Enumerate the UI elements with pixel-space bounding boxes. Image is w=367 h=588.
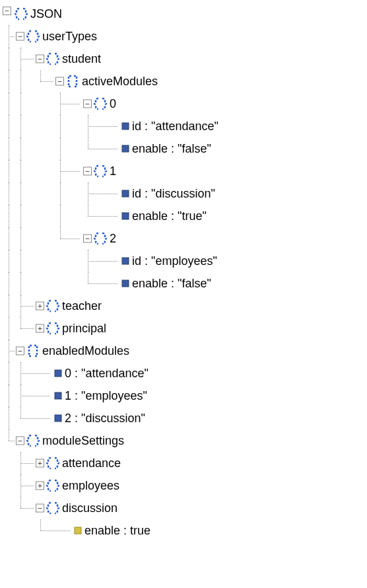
json-property-icon xyxy=(121,190,129,198)
node-label: attendance xyxy=(62,457,121,470)
json-property-icon xyxy=(54,414,62,422)
node-label: enable : true xyxy=(84,524,150,538)
tree-row-teacher[interactable]: + teacher xyxy=(3,295,367,317)
tree-row-ms-discussion[interactable]: − discussion xyxy=(3,497,367,519)
tree-row-leaf[interactable]: id : "discussion" xyxy=(3,182,367,205)
node-label: student xyxy=(62,52,101,66)
json-object-icon xyxy=(15,7,28,20)
node-label: principal xyxy=(62,322,106,336)
svg-rect-3 xyxy=(122,213,129,219)
json-object-icon xyxy=(46,299,59,312)
node-label: enable : "true" xyxy=(132,209,207,223)
tree-row-array-item[interactable]: − 1 xyxy=(3,160,367,182)
expand-toggle[interactable]: − xyxy=(83,167,92,176)
tree-row-leaf[interactable]: enable : true xyxy=(3,519,367,542)
tree-row-leaf[interactable]: 1 : "employees" xyxy=(3,385,367,407)
tree-row-principal[interactable]: + principal xyxy=(3,317,367,340)
json-property-icon xyxy=(54,369,62,377)
tree-row-usertypes[interactable]: − userTypes xyxy=(3,25,367,48)
tree-row-ms-attendance[interactable]: + attendance xyxy=(3,452,367,474)
json-object-icon xyxy=(46,322,59,335)
json-property-icon xyxy=(121,279,129,287)
node-label: JSON xyxy=(30,7,62,21)
json-object-icon xyxy=(26,434,40,447)
node-label: enable : "false" xyxy=(132,142,211,156)
node-label: id : "attendance" xyxy=(132,120,218,133)
tree-row-leaf[interactable]: id : "employees" xyxy=(3,250,367,272)
json-property-icon xyxy=(121,145,129,153)
tree-row-leaf[interactable]: enable : "false" xyxy=(3,137,367,160)
tree-row-leaf[interactable]: 2 : "discussion" xyxy=(3,407,367,429)
json-tree: − JSON − userTypes − student xyxy=(0,0,367,542)
json-object-icon xyxy=(94,97,107,110)
svg-rect-7 xyxy=(55,392,61,399)
node-label: userTypes xyxy=(42,30,97,44)
svg-rect-4 xyxy=(122,258,129,264)
expand-toggle[interactable]: + xyxy=(36,459,44,468)
json-object-icon xyxy=(46,479,59,492)
node-label: 2 : "discussion" xyxy=(65,412,145,425)
tree-row-modulesettings[interactable]: − moduleSettings xyxy=(3,429,367,452)
tree-row-leaf[interactable]: id : "attendance" xyxy=(3,115,367,137)
tree-row-array-item[interactable]: − 2 xyxy=(3,227,367,250)
tree-row-activemodules[interactable]: − activeModules xyxy=(3,70,367,92)
node-label: 0 xyxy=(110,97,116,111)
expand-toggle[interactable]: − xyxy=(83,235,92,243)
expand-toggle[interactable]: − xyxy=(3,7,11,15)
node-label: id : "discussion" xyxy=(132,187,215,201)
expand-toggle[interactable]: − xyxy=(55,77,64,86)
svg-rect-9 xyxy=(75,527,81,534)
node-label: activeModules xyxy=(82,75,158,89)
tree-row-root[interactable]: − JSON xyxy=(3,3,367,25)
json-object-icon xyxy=(46,457,59,470)
json-object-icon xyxy=(94,232,107,245)
json-property-icon xyxy=(121,257,129,265)
node-label: 1 : "employees" xyxy=(65,389,147,403)
svg-rect-0 xyxy=(122,123,129,129)
tree-row-leaf[interactable]: 0 : "attendance" xyxy=(3,362,367,385)
node-label: moduleSettings xyxy=(42,434,124,448)
node-label: 1 xyxy=(110,165,116,178)
json-object-icon xyxy=(26,30,40,43)
expand-toggle[interactable]: − xyxy=(16,437,24,445)
node-label: teacher xyxy=(62,299,102,313)
node-label: discussion xyxy=(62,501,117,515)
json-property-icon xyxy=(121,122,129,130)
expand-toggle[interactable]: + xyxy=(36,482,44,490)
json-array-icon xyxy=(66,75,79,88)
expand-toggle[interactable]: + xyxy=(36,302,44,311)
node-label: 2 xyxy=(110,232,116,246)
svg-rect-1 xyxy=(122,145,129,152)
json-object-icon xyxy=(94,165,107,178)
expand-toggle[interactable]: − xyxy=(36,55,44,63)
node-label: enabledModules xyxy=(42,344,129,358)
svg-rect-8 xyxy=(55,415,61,422)
json-array-icon xyxy=(26,344,40,357)
node-label: id : "employees" xyxy=(132,254,217,268)
svg-rect-2 xyxy=(122,190,129,197)
expand-toggle[interactable]: − xyxy=(16,347,24,355)
tree-row-enabledmodules[interactable]: − enabledModules xyxy=(3,340,367,362)
tree-row-array-item[interactable]: − 0 xyxy=(3,92,367,115)
json-property-icon xyxy=(54,392,62,400)
expand-toggle[interactable]: + xyxy=(36,324,44,333)
json-object-icon xyxy=(46,52,59,65)
node-label: 0 : "attendance" xyxy=(65,367,149,381)
json-property-icon xyxy=(121,212,129,220)
expand-toggle[interactable]: − xyxy=(16,32,24,41)
json-value-icon xyxy=(74,527,82,534)
tree-row-student[interactable]: − student xyxy=(3,48,367,70)
svg-rect-5 xyxy=(122,280,129,287)
tree-row-leaf[interactable]: enable : "true" xyxy=(3,205,367,227)
json-object-icon xyxy=(46,501,59,515)
svg-rect-6 xyxy=(55,370,61,377)
tree-row-leaf[interactable]: enable : "false" xyxy=(3,272,367,295)
tree-row-ms-employees[interactable]: + employees xyxy=(3,474,367,497)
expand-toggle[interactable]: − xyxy=(36,504,44,513)
expand-toggle[interactable]: − xyxy=(83,100,92,108)
node-label: employees xyxy=(62,479,119,493)
node-label: enable : "false" xyxy=(132,277,211,291)
